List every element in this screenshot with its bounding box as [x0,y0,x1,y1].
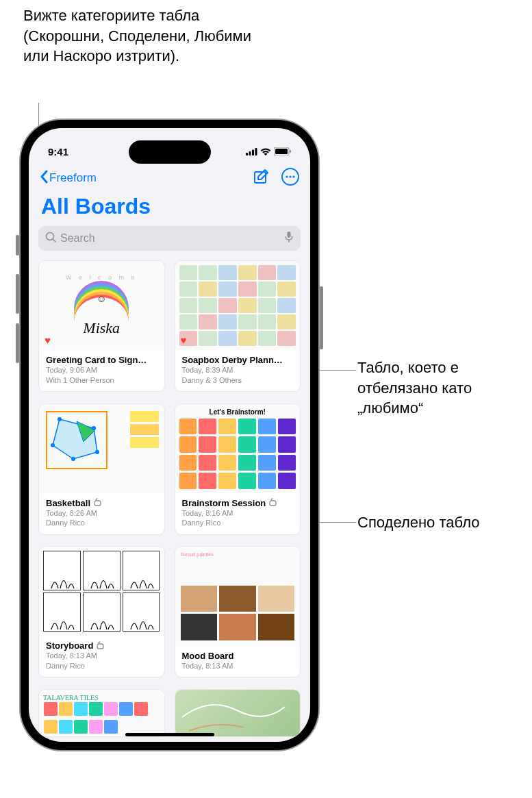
svg-rect-1 [249,151,251,155]
search-input[interactable]: Search [38,226,301,251]
board-card[interactable]: Basketball Today, 8:26 AM Danny Rico [38,403,165,535]
card-thumbnail: TALAVERA TILES [39,690,164,736]
card-thumbnail [175,690,301,736]
phone-vol-up [16,274,19,314]
nav-bar: Freeform [29,162,310,191]
shared-icon [268,498,277,508]
page-title: All Boards [29,191,310,223]
callout-favorite: Табло, което е отбелязано като „любимо“ [357,358,532,419]
board-card[interactable] [175,689,301,737]
board-card[interactable]: TALAVERA TILES [38,689,165,737]
card-footer: Mood Board Today, 8:13 AM [175,646,301,677]
compose-icon[interactable] [253,169,269,188]
card-title: Brainstorm Session [182,498,294,508]
svg-point-22 [51,443,55,447]
phone-frame: 9:41 Freeform [21,120,318,750]
board-card[interactable]: Sunset palettes Mood Board Today, 8:13 A… [175,546,301,677]
svg-point-21 [71,457,75,461]
card-sub: Danny Rico [46,661,157,671]
svg-marker-16 [53,419,97,459]
svg-rect-0 [246,153,248,155]
back-label: Freeform [49,171,97,185]
card-time: Today, 8:39 AM [182,365,294,375]
card-time: Today, 9:06 AM [46,365,157,375]
card-sub: Danny Rico [46,518,157,527]
boards-grid: W e l c o m e☺Miska ♥ Greeting Card to S… [29,258,310,741]
svg-line-13 [53,239,55,242]
phone-switch [16,235,19,255]
svg-rect-2 [252,149,254,155]
shared-icon [96,641,105,651]
svg-point-20 [95,450,99,454]
phone-power [320,286,323,349]
status-indicators [246,146,291,158]
callout-shared: Споделено табло [357,512,479,533]
card-footer: Soapbox Derby Plann… Today, 8:39 AM Dann… [175,350,301,391]
cellular-icon [246,146,257,158]
card-sub: Danny Rico [182,518,294,527]
svg-point-18 [58,417,62,421]
svg-rect-14 [288,232,291,238]
card-time: Today, 8:16 AM [182,508,294,518]
board-card[interactable]: Let's Brainstorm! Brainstorm Session Tod… [175,403,301,535]
svg-point-19 [92,426,96,430]
home-indicator[interactable] [125,733,214,736]
card-title: Soapbox Derby Plann… [182,355,294,365]
card-title: Mood Board [182,651,294,661]
card-thumbnail: Let's Brainstorm! [175,404,301,493]
wifi-icon [260,146,271,158]
svg-point-9 [286,175,288,177]
card-thumbnail [39,547,164,636]
search-placeholder: Search [60,232,280,245]
svg-rect-3 [255,148,257,155]
card-footer: Greeting Card to Sign… Today, 9:06 AM Wi… [39,350,164,391]
card-title: Basketball [46,498,157,508]
card-sub: With 1 Other Person [46,375,157,385]
back-button[interactable]: Freeform [40,170,97,187]
search-icon [45,232,56,245]
battery-icon [274,146,291,158]
more-icon[interactable] [281,168,299,188]
card-footer: Basketball Today, 8:26 AM Danny Rico [39,493,164,534]
board-card[interactable]: W e l c o m e☺Miska ♥ Greeting Card to S… [38,260,165,392]
card-footer: Storyboard Today, 8:13 AM Danny Rico [39,636,164,677]
card-time: Today, 8:13 AM [182,661,294,671]
card-thumbnail: W e l c o m e☺Miska ♥ [39,261,164,350]
svg-rect-6 [275,149,288,154]
card-footer: Brainstorm Session Today, 8:16 AM Danny … [175,493,301,534]
mic-icon[interactable] [284,231,294,246]
callout-categories: Вижте категориите табла (Скорошни, Споде… [23,5,270,66]
chevron-left-icon [40,170,48,187]
favorite-icon: ♥ [181,334,187,346]
shared-icon [93,498,102,508]
favorite-icon: ♥ [45,334,51,346]
svg-rect-7 [255,172,266,183]
board-card[interactable]: ♥ Soapbox Derby Plann… Today, 8:39 AM Da… [175,260,301,392]
screen: 9:41 Freeform [29,128,310,742]
phone-vol-down [16,323,19,363]
svg-rect-5 [290,150,291,153]
card-time: Today, 8:26 AM [46,508,157,518]
board-card[interactable]: Storyboard Today, 8:13 AM Danny Rico [38,546,165,677]
card-title: Storyboard [46,640,157,651]
status-time: 9:41 [48,146,68,158]
dynamic-island [129,140,211,164]
svg-point-10 [289,175,291,177]
card-thumbnail: Sunset palettes [175,547,301,646]
card-title: Greeting Card to Sign… [46,355,157,365]
svg-point-11 [292,175,294,177]
card-sub: Danny & 3 Others [182,375,294,385]
card-thumbnail: ♥ [175,261,301,350]
card-thumbnail [39,404,164,493]
card-time: Today, 8:13 AM [46,651,157,660]
